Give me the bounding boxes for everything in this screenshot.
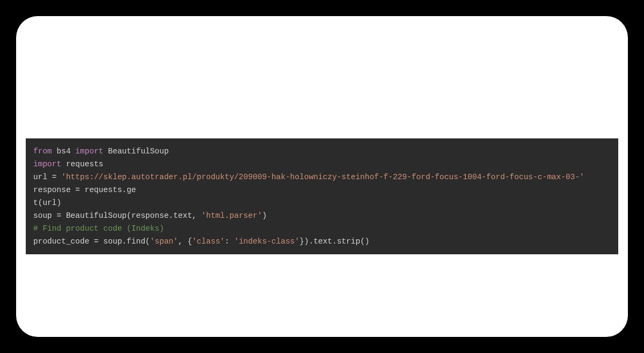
code-line-2: import requests	[33, 158, 611, 171]
module-beautifulsoup: BeautifulSoup	[104, 147, 169, 156]
product-code-assignment: product_code = soup.find(	[33, 237, 150, 246]
code-block: from bs4 import BeautifulSoup import req…	[26, 138, 618, 254]
module-bs4: bs4	[52, 147, 76, 156]
code-line-7: # Find product code (Indeks)	[33, 222, 611, 235]
comma-brace: , {	[178, 237, 192, 246]
span-string: 'span'	[150, 237, 178, 246]
class-value-string: 'indeks-class'	[234, 237, 299, 246]
colon: :	[225, 237, 234, 246]
code-line-8: product_code = soup.find('span', {'class…	[33, 235, 611, 248]
close-call: }).text.strip()	[299, 237, 370, 246]
response-assignment: response = requests.ge	[33, 186, 136, 194]
keyword-from: from	[33, 147, 52, 156]
code-line-5: t(url)	[33, 196, 611, 209]
code-line-6: soup = BeautifulSoup(response.text, 'htm…	[33, 209, 611, 222]
code-line-1: from bs4 import BeautifulSoup	[33, 145, 611, 158]
url-assignment: url =	[33, 173, 61, 181]
close-paren: )	[262, 211, 267, 220]
parser-string: 'html.parser'	[201, 211, 262, 220]
code-line-4: response = requests.ge	[33, 183, 611, 196]
url-string: 'https://sklep.autotrader.pl/produkty/20…	[61, 173, 584, 181]
content-card: from bs4 import BeautifulSoup import req…	[16, 16, 628, 337]
keyword-import: import	[75, 147, 103, 156]
call-continuation: t(url)	[33, 198, 61, 207]
comment: # Find product code (Indeks)	[33, 224, 164, 233]
code-line-3: url = 'https://sklep.autotrader.pl/produ…	[33, 171, 611, 183]
module-requests: requests	[61, 160, 103, 168]
keyword-import: import	[33, 160, 61, 168]
class-key-string: 'class'	[192, 237, 225, 246]
soup-assignment: soup = BeautifulSoup(response.text,	[33, 211, 201, 220]
